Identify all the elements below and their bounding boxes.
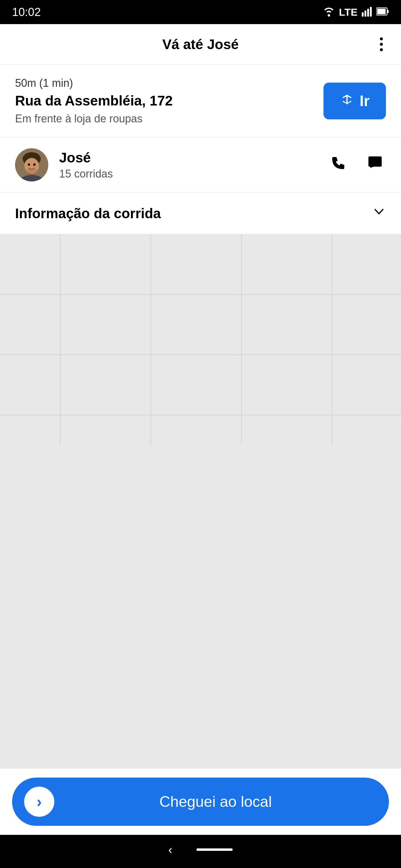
ride-info-label: Informação da corrida	[15, 205, 161, 221]
passenger-avatar	[15, 148, 48, 181]
bottom-nav: ‹	[0, 835, 401, 868]
battery-icon	[376, 6, 389, 18]
top-bar: Vá até José	[0, 24, 401, 65]
go-button[interactable]: Ir	[323, 83, 386, 119]
map-section	[0, 234, 401, 768]
map-placeholder	[0, 234, 401, 445]
svg-rect-5	[387, 10, 389, 13]
dot3	[380, 48, 383, 51]
svg-point-10	[28, 163, 30, 166]
dot1	[380, 37, 383, 40]
status-icons: LTE	[323, 6, 389, 18]
more-options-button[interactable]	[377, 34, 386, 54]
pickup-distance: 50m (1 min)	[15, 77, 314, 90]
svg-rect-0	[362, 12, 364, 17]
bottom-bar: › Cheguei ao local	[0, 768, 401, 835]
chevron-right-icon: ›	[36, 793, 41, 811]
passenger-section: José 15 corridas	[0, 137, 401, 193]
pickup-section: 50m (1 min) Rua da Assembléia, 172 Em fr…	[0, 65, 401, 137]
passenger-name: José	[59, 150, 327, 166]
chat-icon	[367, 157, 383, 174]
call-button[interactable]	[327, 152, 349, 178]
signal-icon	[362, 6, 372, 18]
ride-info-section[interactable]: Informação da corrida	[0, 193, 401, 234]
arrow-circle: ›	[24, 786, 54, 817]
message-button[interactable]	[364, 152, 386, 178]
status-bar: 10:02 LTE	[0, 0, 401, 24]
svg-rect-1	[365, 10, 366, 17]
home-indicator[interactable]	[196, 848, 233, 851]
page-title: Vá até José	[162, 36, 239, 53]
svg-rect-6	[377, 9, 385, 14]
phone-icon	[331, 157, 346, 174]
app-container: Vá até José 50m (1 min) Rua da Assembléi…	[0, 24, 401, 835]
pickup-landmark: Em frente à loja de roupas	[15, 113, 314, 125]
arrived-button[interactable]: › Cheguei ao local	[12, 778, 389, 826]
passenger-actions	[327, 152, 386, 178]
svg-rect-3	[370, 7, 372, 17]
svg-rect-2	[367, 9, 369, 17]
back-button[interactable]: ‹	[168, 843, 172, 857]
svg-rect-13	[368, 156, 382, 167]
go-button-label: Ir	[360, 92, 370, 110]
avatar-svg	[15, 148, 48, 181]
pickup-address: Rua da Assembléia, 172	[15, 93, 314, 109]
arrived-button-label: Cheguei ao local	[54, 793, 377, 810]
lte-label: LTE	[339, 6, 357, 18]
wifi-icon	[323, 6, 335, 18]
passenger-rides: 15 corridas	[59, 167, 327, 180]
svg-point-11	[33, 163, 36, 166]
chevron-down-icon	[372, 205, 386, 222]
dot2	[380, 43, 383, 46]
passenger-details: José 15 corridas	[59, 150, 327, 180]
svg-point-12	[26, 168, 38, 174]
navigation-icon	[340, 92, 354, 110]
status-time: 10:02	[12, 6, 41, 19]
pickup-info: 50m (1 min) Rua da Assembléia, 172 Em fr…	[15, 77, 314, 125]
